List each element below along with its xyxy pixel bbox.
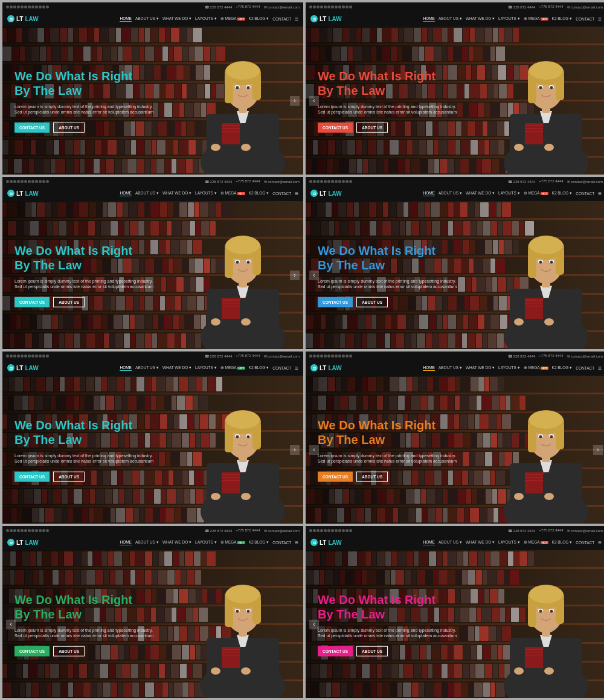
nav-home[interactable]: HOME — [423, 16, 435, 22]
carousel-prev[interactable]: ‹ — [309, 271, 319, 280]
social-icon[interactable] — [324, 529, 327, 532]
nav-about[interactable]: ABOUT US ▾ — [439, 540, 462, 545]
carousel-prev[interactable]: ‹ — [309, 96, 319, 106]
nav-blog[interactable]: K2 BLOG ▾ — [552, 16, 573, 21]
social-icon[interactable] — [13, 5, 16, 8]
nav-hamburger[interactable]: ≡ — [598, 16, 602, 22]
social-icon[interactable] — [46, 5, 49, 8]
logo[interactable]: ⚖ LT LAW — [310, 539, 342, 546]
social-icon[interactable] — [46, 180, 49, 183]
social-icon[interactable] — [24, 180, 27, 183]
social-icon[interactable] — [335, 180, 338, 183]
social-icon[interactable] — [316, 529, 320, 532]
social-icon[interactable] — [21, 355, 24, 358]
social-icon[interactable] — [6, 355, 9, 358]
nav-mega[interactable]: ⊕ MEGA HOT — [220, 16, 245, 21]
about-button[interactable]: ABOUT US — [53, 123, 85, 133]
social-icon[interactable] — [345, 355, 349, 358]
nav-hamburger[interactable]: ≡ — [598, 539, 602, 546]
nav-mega[interactable]: ⊕ MEGA HOT — [524, 191, 548, 196]
nav-hamburger[interactable]: ≡ — [295, 539, 298, 546]
social-icon[interactable] — [46, 355, 49, 358]
nav-layouts[interactable]: LAYOUTS ▾ — [498, 365, 520, 370]
contact-button[interactable]: CONTACT US — [318, 123, 353, 133]
social-icon[interactable] — [17, 180, 20, 183]
logo[interactable]: ⚖ LT LAW — [7, 190, 39, 197]
nav-about[interactable]: ABOUT US ▾ — [135, 540, 159, 545]
nav-mega[interactable]: ⊕ MEGA HOT — [524, 16, 548, 21]
social-icon[interactable] — [320, 180, 323, 183]
social-icon[interactable] — [316, 5, 320, 8]
nav-mega[interactable]: ⊕ MEGA HOT — [524, 540, 548, 545]
social-icon[interactable] — [338, 5, 341, 8]
social-icon[interactable] — [331, 529, 334, 532]
nav-contact[interactable]: CONTACT — [576, 366, 594, 370]
about-button[interactable]: ABOUT US — [356, 472, 388, 482]
nav-hamburger[interactable]: ≡ — [295, 365, 298, 371]
social-icon[interactable] — [39, 355, 42, 358]
social-icon[interactable] — [331, 355, 334, 358]
social-icon[interactable] — [335, 5, 338, 8]
social-icon[interactable] — [349, 529, 352, 532]
social-icon[interactable] — [316, 180, 320, 183]
social-icon[interactable] — [331, 5, 334, 8]
nav-hamburger[interactable]: ≡ — [598, 365, 602, 371]
nav-about[interactable]: ABOUT US ▾ — [439, 365, 462, 370]
social-icon[interactable] — [35, 5, 38, 8]
nav-about[interactable]: ABOUT US ▾ — [439, 191, 462, 196]
nav-contact[interactable]: CONTACT — [272, 541, 291, 545]
social-icon[interactable] — [349, 180, 352, 183]
social-icon[interactable] — [316, 355, 320, 358]
carousel-next[interactable]: › — [593, 445, 603, 455]
nav-layouts[interactable]: LAYOUTS ▾ — [195, 16, 217, 21]
social-icon[interactable] — [324, 355, 327, 358]
nav-about[interactable]: ABOUT US ▾ — [135, 191, 159, 196]
social-icon[interactable] — [335, 529, 338, 532]
social-icon[interactable] — [342, 529, 345, 532]
social-icon[interactable] — [6, 5, 9, 8]
social-icon[interactable] — [338, 355, 341, 358]
nav-home[interactable]: HOME — [120, 540, 132, 545]
nav-blog[interactable]: K2 BLOG ▾ — [552, 365, 573, 370]
social-icon[interactable] — [313, 5, 316, 8]
social-icon[interactable] — [338, 180, 341, 183]
nav-layouts[interactable]: LAYOUTS ▾ — [498, 540, 520, 545]
logo[interactable]: ⚖ LT LAW — [7, 539, 39, 546]
nav-mega[interactable]: ⊕ MEGA HOT — [524, 365, 548, 370]
nav-whatwedo[interactable]: WHAT WE DO ▾ — [466, 365, 495, 370]
social-icon[interactable] — [39, 529, 42, 532]
nav-mega[interactable]: ⊕ MEGA HOT — [220, 191, 245, 196]
nav-contact[interactable]: CONTACT — [576, 541, 594, 545]
nav-hamburger[interactable]: ≡ — [598, 190, 602, 197]
social-icon[interactable] — [349, 355, 352, 358]
carousel-next[interactable]: › — [290, 96, 300, 106]
nav-contact[interactable]: CONTACT — [272, 191, 291, 196]
about-button[interactable]: ABOUT US — [53, 472, 85, 482]
social-icon[interactable] — [309, 355, 312, 358]
logo[interactable]: ⚖ LT LAW — [310, 364, 342, 371]
contact-button[interactable]: CONTACT US — [14, 646, 50, 657]
social-icon[interactable] — [6, 180, 9, 183]
nav-whatwedo[interactable]: WHAT WE DO ▾ — [466, 191, 495, 196]
social-icon[interactable] — [10, 180, 13, 183]
social-icon[interactable] — [46, 529, 49, 532]
about-button[interactable]: ABOUT US — [53, 646, 85, 657]
social-icon[interactable] — [31, 529, 34, 532]
social-icon[interactable] — [28, 180, 31, 183]
social-icon[interactable] — [324, 5, 327, 8]
social-icon[interactable] — [10, 5, 13, 8]
nav-contact[interactable]: CONTACT — [272, 17, 291, 21]
social-icon[interactable] — [349, 5, 352, 8]
nav-mega[interactable]: ⊕ MEGA HOT — [220, 540, 245, 545]
logo[interactable]: ⚖ LT LAW — [310, 15, 342, 22]
nav-home[interactable]: HOME — [120, 16, 132, 22]
nav-blog[interactable]: K2 BLOG ▾ — [249, 365, 269, 370]
social-icon[interactable] — [342, 355, 345, 358]
social-icon[interactable] — [320, 5, 323, 8]
nav-whatwedo[interactable]: WHAT WE DO ▾ — [466, 540, 495, 545]
social-icon[interactable] — [313, 180, 316, 183]
about-button[interactable]: ABOUT US — [356, 123, 388, 133]
nav-blog[interactable]: K2 BLOG ▾ — [249, 191, 269, 196]
social-icon[interactable] — [13, 355, 16, 358]
social-icon[interactable] — [313, 355, 316, 358]
